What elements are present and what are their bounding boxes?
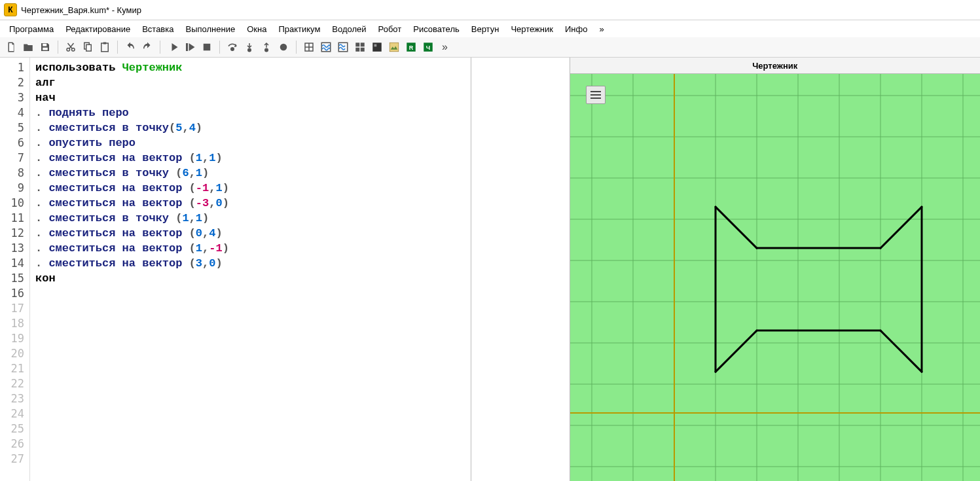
svg-rect-7 — [103, 43, 107, 45]
menu-item[interactable]: Вертун — [466, 22, 505, 36]
separator — [117, 41, 118, 54]
svg-rect-20 — [361, 48, 365, 52]
svg-rect-6 — [101, 43, 109, 52]
middle-gap — [471, 58, 570, 481]
line-number: 13 — [0, 241, 24, 256]
separator — [58, 41, 58, 54]
line-number: 3 — [0, 90, 24, 105]
line-number: 12 — [0, 226, 24, 241]
separator — [296, 41, 297, 54]
menu-item[interactable]: Выполнение — [180, 22, 240, 36]
code-editor[interactable]: использовать Чертежник алг нач . поднять… — [30, 58, 471, 481]
canvas-menu-button[interactable] — [586, 86, 606, 104]
separator — [160, 41, 160, 54]
stop-icon[interactable] — [200, 40, 214, 54]
svg-rect-0 — [43, 44, 46, 46]
line-number: 15 — [0, 271, 24, 286]
line-number: 26 — [0, 436, 24, 452]
svg-point-13 — [280, 44, 287, 51]
menu-item[interactable]: Инфо — [560, 22, 592, 36]
main-area: 1234567891011121314151617181920212223242… — [0, 58, 980, 481]
line-number: 17 — [0, 301, 24, 316]
toolbar: R Ч » — [0, 37, 980, 58]
svg-rect-22 — [374, 45, 377, 47]
tool-picture-icon[interactable] — [387, 40, 401, 54]
line-number: 11 — [0, 211, 24, 226]
drawing-canvas[interactable] — [570, 74, 980, 481]
tool-wave1-icon[interactable] — [319, 40, 333, 54]
line-number: 19 — [0, 331, 24, 346]
title-bar: К Чертежник_Варя.kum* - Кумир — [0, 0, 980, 20]
svg-rect-23 — [390, 43, 399, 52]
undo-icon[interactable] — [123, 40, 137, 54]
tool-wave2-icon[interactable] — [336, 40, 350, 54]
open-file-icon[interactable] — [21, 40, 35, 54]
menu-item[interactable]: Окна — [242, 22, 272, 36]
line-number: 4 — [0, 105, 24, 120]
line-number: 10 — [0, 196, 24, 211]
tool-dark-icon[interactable] — [370, 40, 384, 54]
svg-text:Ч: Ч — [426, 45, 430, 51]
tool-green2-icon[interactable]: Ч — [421, 40, 435, 54]
svg-rect-28 — [570, 74, 980, 481]
line-number: 22 — [0, 376, 24, 391]
line-gutter: 1234567891011121314151617181920212223242… — [0, 58, 30, 481]
line-number: 9 — [0, 181, 24, 196]
app-icon: К — [4, 3, 17, 16]
line-number: 21 — [0, 361, 24, 376]
window-title: Чертежник_Варя.kum* - Кумир — [21, 5, 141, 15]
tool-green1-icon[interactable]: R — [404, 40, 418, 54]
copy-icon[interactable] — [81, 40, 95, 54]
svg-point-10 — [231, 48, 234, 51]
paste-icon[interactable] — [98, 40, 112, 54]
svg-point-11 — [248, 48, 251, 52]
cut-icon[interactable] — [64, 40, 78, 54]
svg-rect-18 — [361, 43, 365, 46]
line-number: 8 — [0, 166, 24, 181]
step-into-icon[interactable] — [242, 40, 257, 54]
line-number: 7 — [0, 151, 24, 166]
line-number: 5 — [0, 120, 24, 135]
menu-item[interactable]: Водолей — [327, 22, 371, 36]
menu-bar: ПрограммаРедактированиеВставкаВыполнение… — [0, 20, 980, 37]
redo-icon[interactable] — [140, 40, 154, 54]
toolbar-overflow[interactable]: » — [438, 41, 452, 53]
new-file-icon[interactable] — [4, 40, 18, 54]
run-icon[interactable] — [166, 40, 180, 54]
breakpoint-icon[interactable] — [276, 40, 291, 54]
svg-rect-9 — [204, 44, 211, 51]
line-number: 6 — [0, 135, 24, 151]
menu-item[interactable]: Рисователь — [408, 22, 464, 36]
save-icon[interactable] — [38, 40, 52, 54]
line-number: 20 — [0, 346, 24, 361]
line-number: 2 — [0, 75, 24, 90]
tool-grid-icon[interactable] — [302, 40, 316, 54]
line-number: 1 — [0, 60, 24, 75]
drawing-title: Чертежник — [570, 58, 980, 74]
step-over-icon[interactable] — [225, 40, 240, 54]
svg-rect-17 — [355, 43, 359, 46]
svg-rect-19 — [355, 48, 359, 52]
drawing-pane: Чертежник — [570, 58, 980, 481]
editor-pane: 1234567891011121314151617181920212223242… — [0, 58, 471, 481]
menu-item[interactable]: Программа — [4, 22, 59, 36]
menu-item[interactable]: Практикум — [273, 22, 325, 36]
menu-item[interactable]: Робот — [373, 22, 407, 36]
run-step-icon[interactable] — [183, 40, 197, 54]
line-number: 23 — [0, 391, 24, 406]
line-number: 14 — [0, 256, 24, 271]
step-out-icon[interactable] — [259, 40, 274, 54]
line-number: 18 — [0, 316, 24, 331]
separator — [219, 41, 220, 54]
svg-rect-5 — [86, 45, 92, 51]
tool-squares-icon[interactable] — [353, 40, 367, 54]
menu-item[interactable]: Редактирование — [60, 22, 136, 36]
svg-point-12 — [265, 48, 268, 52]
menu-overflow[interactable]: » — [594, 22, 609, 36]
line-number: 24 — [0, 406, 24, 421]
menu-item[interactable]: Чертежник — [505, 22, 558, 36]
svg-rect-1 — [43, 48, 48, 50]
menu-item[interactable]: Вставка — [137, 22, 179, 36]
svg-text:R: R — [409, 45, 414, 51]
svg-rect-21 — [372, 43, 382, 52]
